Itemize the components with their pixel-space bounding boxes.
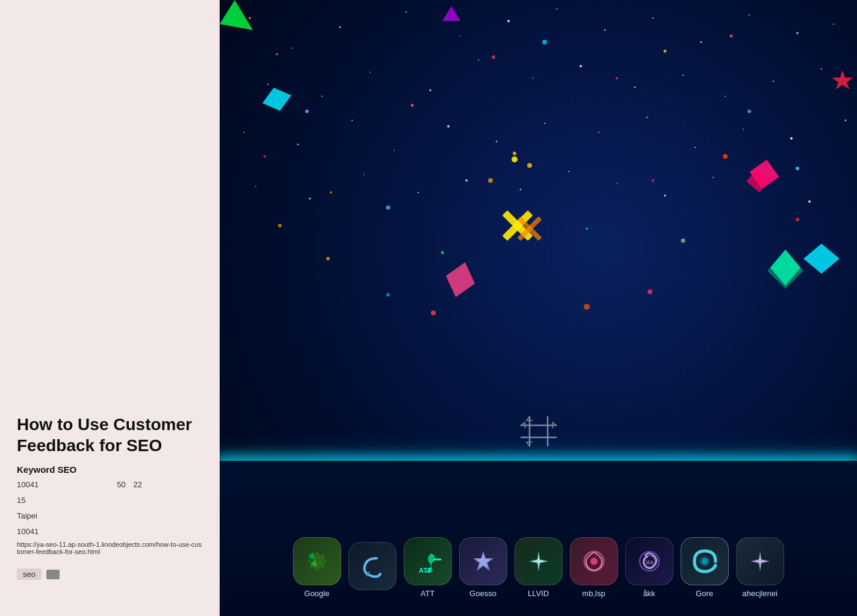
left-panel: How to Use Customer Feedback for SEO Key…: [0, 0, 220, 616]
svg-point-105: [590, 558, 598, 565]
svg-marker-113: [753, 554, 767, 568]
att-icon-wrap: ATT: [404, 537, 452, 585]
svg-marker-77: [832, 70, 853, 90]
app-item-att[interactable]: ATT ATT: [404, 537, 452, 598]
goesso-icon-wrap: [459, 537, 507, 585]
svg-marker-82: [767, 250, 803, 289]
svg-point-88: [326, 257, 330, 260]
meta-id: 10041 50 22: [17, 478, 203, 491]
svg-point-87: [796, 218, 799, 221]
ahecjlenei-icon-wrap: [736, 537, 784, 585]
svg-point-84: [723, 154, 728, 159]
att-label: ATT: [421, 589, 435, 598]
svg-marker-83: [441, 259, 480, 301]
svg-marker-68: [220, 0, 253, 30]
google-icon-wrap: [293, 537, 341, 585]
svg-point-111: [702, 558, 708, 564]
llvid-icon-wrap: [515, 537, 563, 585]
article-title: How to Use Customer Feedback for SEO: [17, 414, 203, 456]
svg-marker-75: [803, 244, 840, 274]
svg-point-92: [278, 224, 282, 227]
floating-shapes: [220, 0, 857, 391]
svg-point-86: [584, 304, 590, 310]
seo-tag[interactable]: seo: [17, 568, 42, 580]
right-panel: Google ATT ATT: [220, 0, 857, 616]
svg-text:åkk: åkk: [645, 559, 654, 565]
goesso-label: Goesso: [469, 589, 497, 598]
llvid-label: LLVID: [528, 589, 549, 598]
svg-text:ATT: ATT: [419, 567, 432, 574]
akk-icon-wrap: åkk: [625, 537, 673, 585]
app-item-akk[interactable]: åkk åkk: [625, 537, 673, 598]
tag-icon: [46, 570, 60, 579]
mbisp-label: mb,lsp: [582, 589, 605, 598]
svg-point-89: [648, 289, 652, 294]
svg-marker-67: [259, 84, 295, 115]
meta-city: Taipei: [17, 510, 203, 523]
app-item-mbisp[interactable]: mb,lsp: [570, 537, 618, 598]
svg-point-78: [512, 156, 518, 162]
app-item-gore[interactable]: Gore: [681, 537, 729, 598]
article-url[interactable]: https://ya-seo-11.ap-south-1.linodeobjec…: [17, 541, 203, 555]
app-item-c[interactable]: [348, 542, 397, 594]
svg-point-79: [527, 163, 532, 168]
akk-label: åkk: [643, 589, 655, 598]
keyword-label: Keyword SEO: [17, 464, 203, 475]
meta-number: 15: [17, 494, 203, 507]
meta-zip: 10041: [17, 525, 203, 538]
app-item-goesso[interactable]: Goesso: [459, 537, 507, 598]
gore-icon-wrap: [681, 537, 729, 585]
mbisp-icon-wrap: [570, 537, 618, 585]
svg-marker-76: [442, 6, 460, 21]
app-item-llvid[interactable]: LLVID: [515, 537, 563, 598]
svg-point-90: [386, 293, 390, 297]
center-symbol: [518, 413, 560, 454]
svg-marker-103: [532, 554, 545, 568]
app-item-google[interactable]: Google: [293, 537, 341, 598]
tag-row: seo: [17, 568, 203, 580]
google-label: Google: [305, 589, 330, 598]
svg-point-91: [681, 239, 685, 243]
c-icon-wrap: [348, 542, 397, 590]
ahecjlenei-label: ahecjlenei: [742, 589, 778, 598]
gore-label: Gore: [696, 589, 713, 598]
app-item-ahecjlenei[interactable]: ahecjlenei: [736, 537, 784, 598]
svg-point-80: [488, 178, 493, 183]
app-bar: Google ATT ATT: [232, 537, 845, 598]
svg-point-85: [431, 310, 436, 315]
